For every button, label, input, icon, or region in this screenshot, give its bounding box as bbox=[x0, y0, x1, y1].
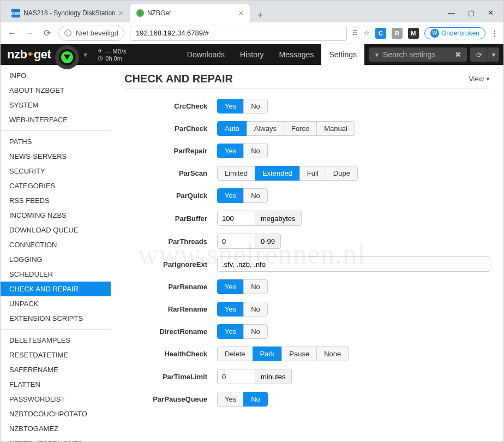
option-button[interactable]: Always bbox=[247, 121, 284, 136]
settings-content: CHECK AND REPAIR View ▼ CrcCheckYesNoPar… bbox=[111, 65, 503, 442]
text-input[interactable] bbox=[217, 256, 490, 272]
new-tab-button[interactable]: + bbox=[253, 8, 267, 22]
avatar: W bbox=[430, 29, 439, 38]
option-button[interactable]: No bbox=[243, 188, 268, 203]
sidebar-item[interactable]: DELETESAMPLES bbox=[1, 333, 111, 348]
close-icon[interactable]: × bbox=[119, 9, 123, 17]
option-button[interactable]: Pause bbox=[281, 347, 317, 361]
url-bar[interactable]: ⓘ Niet beveiligd bbox=[58, 26, 124, 41]
refresh-button[interactable]: ⟳ bbox=[470, 47, 488, 62]
tab-history[interactable]: History bbox=[232, 44, 272, 65]
minimize-icon[interactable]: — bbox=[448, 9, 455, 17]
setting-label: ParPauseQueue bbox=[124, 395, 217, 403]
tab-messages[interactable]: Messages bbox=[272, 44, 322, 65]
ext-icon-m[interactable]: M bbox=[408, 28, 419, 39]
option-button[interactable]: Delete bbox=[217, 347, 253, 361]
tab-settings[interactable]: Settings bbox=[321, 44, 364, 65]
browser-tab-inactive[interactable]: DSM NAS218 - Synology DiskStation × bbox=[5, 4, 130, 22]
app-logo[interactable]: nzb᛭get bbox=[1, 47, 55, 62]
app-header: nzb᛭get ▼ ✈--- MB/s ◷0h 0m Downloads His… bbox=[1, 44, 503, 65]
option-button[interactable]: Full bbox=[299, 166, 326, 181]
option-button[interactable]: Force bbox=[284, 121, 317, 136]
number-input[interactable] bbox=[217, 369, 255, 384]
sidebar-item[interactable]: DOWNLOAD QUEUE bbox=[1, 223, 111, 237]
sidebar-item[interactable]: PASSWORDLIST bbox=[1, 392, 111, 407]
sidebar-item[interactable]: WEB-INTERFACE bbox=[1, 112, 111, 127]
view-dropdown[interactable]: View ▼ bbox=[469, 75, 490, 83]
sidebar-item[interactable]: NZBTOCOUCHPOTATO bbox=[1, 407, 111, 421]
unit-label: megabytes bbox=[255, 211, 302, 226]
sidebar-item[interactable]: UNPACK bbox=[1, 296, 111, 311]
option-button[interactable]: Extended bbox=[255, 166, 300, 181]
sidebar-item[interactable]: ABOUT NZBGET bbox=[1, 83, 111, 98]
sidebar-item[interactable]: SCHEDULER bbox=[1, 267, 111, 282]
number-input[interactable] bbox=[217, 234, 255, 249]
url-input[interactable]: 192.168.192.34:6789/# bbox=[130, 26, 347, 41]
clear-icon[interactable]: ✖ bbox=[455, 50, 461, 59]
option-button[interactable]: No bbox=[243, 99, 268, 114]
sidebar-item[interactable]: RSS FEEDS bbox=[1, 193, 111, 208]
sidebar-item[interactable]: NZBTOHEADPHONES bbox=[1, 436, 111, 442]
option-button[interactable]: Park bbox=[253, 347, 283, 361]
maximize-icon[interactable]: ▢ bbox=[468, 9, 475, 17]
setting-label: ParRepair bbox=[124, 147, 217, 155]
ext-icon-c[interactable]: C bbox=[375, 28, 386, 39]
tab-downloads[interactable]: Downloads bbox=[179, 44, 232, 65]
option-button[interactable]: Yes bbox=[217, 144, 244, 158]
sidebar-item[interactable]: PATHS bbox=[1, 134, 111, 149]
app-nav: Downloads History Messages Settings bbox=[179, 44, 364, 65]
setting-label: ParScan bbox=[124, 169, 217, 177]
option-button[interactable]: Manual bbox=[316, 121, 355, 136]
profile-chip[interactable]: W Onderbroken bbox=[424, 27, 485, 39]
option-button[interactable]: Yes bbox=[217, 279, 244, 294]
option-button[interactable]: No bbox=[243, 144, 268, 158]
option-button[interactable]: Auto bbox=[217, 121, 247, 136]
browser-tab-active[interactable]: ↓ NZBGet × bbox=[130, 4, 250, 22]
sidebar-item[interactable]: EXTENSION SCRIPTS bbox=[1, 311, 111, 326]
sidebar-item[interactable]: LOGGING bbox=[1, 252, 111, 267]
option-button[interactable]: None bbox=[316, 347, 349, 361]
close-icon[interactable]: × bbox=[239, 9, 243, 17]
option-group: YesNo bbox=[217, 324, 268, 339]
option-group: DeleteParkPauseNone bbox=[217, 347, 349, 361]
chevron-down-icon[interactable]: ▼ bbox=[79, 52, 91, 58]
option-button[interactable]: No bbox=[243, 392, 268, 407]
sidebar-item[interactable]: FLATTEN bbox=[1, 377, 111, 392]
option-button[interactable]: Limited bbox=[217, 166, 255, 181]
setting-label: ParTimeLimit bbox=[124, 373, 217, 381]
page-title: CHECK AND REPAIR bbox=[124, 73, 233, 85]
sidebar-item[interactable]: INCOMING NZBS bbox=[1, 208, 111, 223]
option-button[interactable]: Yes bbox=[217, 99, 244, 114]
option-button[interactable]: No bbox=[243, 279, 268, 294]
sidebar-item[interactable]: CONNECTION bbox=[1, 237, 111, 252]
refresh-dropdown[interactable]: ▼ bbox=[488, 47, 499, 62]
sidebar-item[interactable]: SAFERENAME bbox=[1, 362, 111, 377]
sidebar-item[interactable]: CHECK AND REPAIR bbox=[1, 282, 111, 296]
bookmark-icon[interactable]: ☆ bbox=[363, 29, 370, 37]
option-group: LimitedExtendedFullDupe bbox=[217, 166, 358, 181]
option-button[interactable]: No bbox=[243, 324, 268, 339]
sidebar-item[interactable]: CATEGORIES bbox=[1, 178, 111, 193]
sidebar-item[interactable]: SECURITY bbox=[1, 164, 111, 178]
option-button[interactable]: Yes bbox=[217, 302, 244, 316]
sidebar-item[interactable]: SYSTEM bbox=[1, 98, 111, 112]
ext-icon-r[interactable]: R bbox=[392, 28, 403, 39]
setting-label: DirectRename bbox=[124, 327, 217, 336]
sidebar-item[interactable]: INFO bbox=[1, 68, 111, 83]
option-button[interactable]: No bbox=[243, 302, 268, 316]
option-button[interactable]: Yes bbox=[217, 324, 244, 339]
kebab-icon[interactable]: ⋮ bbox=[491, 29, 498, 37]
option-button[interactable]: Dupe bbox=[326, 166, 358, 181]
number-input[interactable] bbox=[217, 211, 255, 226]
translate-icon[interactable]: ⠿ bbox=[352, 29, 358, 37]
option-button[interactable]: Yes bbox=[217, 392, 244, 407]
option-button[interactable]: Yes bbox=[217, 188, 244, 203]
settings-search[interactable]: ▼ Search settings ✖ bbox=[369, 47, 467, 62]
back-button[interactable]: ← bbox=[6, 28, 18, 38]
forward-button[interactable]: → bbox=[23, 28, 35, 38]
sidebar-item[interactable]: RESETDATETIME bbox=[1, 348, 111, 362]
sidebar-item[interactable]: NEWS-SERVERS bbox=[1, 149, 111, 164]
sidebar-item[interactable]: NZBTOGAMEZ bbox=[1, 421, 111, 436]
reload-button[interactable]: ⟳ bbox=[41, 28, 53, 38]
close-window-icon[interactable]: ✕ bbox=[488, 9, 494, 17]
